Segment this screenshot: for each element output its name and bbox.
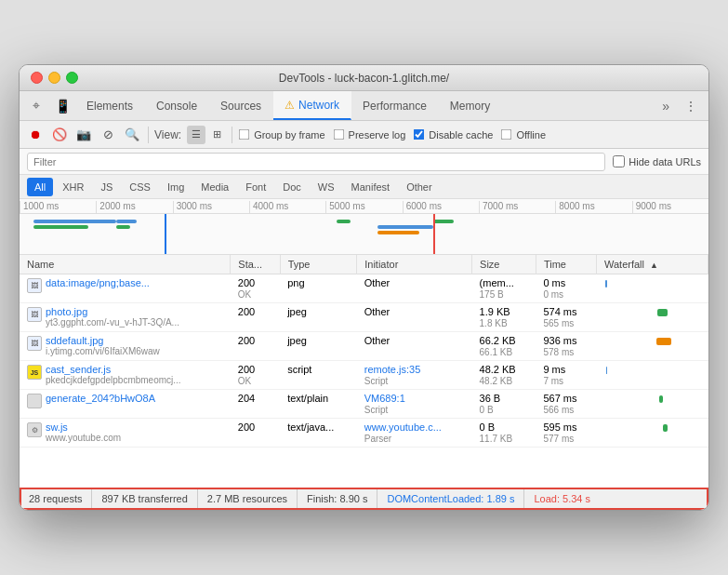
- cell-time: 936 ms578 ms: [536, 332, 596, 361]
- filter-input[interactable]: [27, 153, 605, 171]
- devtools-window: DevTools - luck-bacon-1.glitch.me/ ⌖ 📱 E…: [19, 64, 709, 511]
- offline-input[interactable]: [501, 129, 512, 140]
- cell-initiator: remote.js:35Script: [357, 361, 472, 390]
- status-text: OK: [238, 376, 251, 386]
- status-code: 200: [238, 335, 255, 346]
- initiator-text: Other: [364, 335, 390, 346]
- inspect-icon[interactable]: ⌖: [23, 93, 49, 119]
- table-row[interactable]: generate_204?bHwO8A 204text/plainVM689:1…: [20, 390, 708, 419]
- hide-data-urls-checkbox[interactable]: Hide data URLs: [613, 155, 701, 167]
- filename: sddefault.jpg: [46, 335, 160, 346]
- tab-memory[interactable]: Memory: [439, 91, 502, 120]
- network-table-container[interactable]: Name Sta... Type Initiator Size Time Wat…: [20, 255, 708, 488]
- time-secondary: 7 ms: [543, 376, 563, 386]
- type-btn-doc[interactable]: Doc: [275, 178, 309, 196]
- col-size[interactable]: Size: [472, 255, 536, 274]
- initiator-link[interactable]: VM689:1: [364, 393, 405, 404]
- separator-1: [148, 127, 149, 143]
- screenshot-button[interactable]: 📷: [73, 125, 94, 145]
- status-code: 200: [238, 306, 255, 317]
- type-btn-font[interactable]: Font: [238, 178, 273, 196]
- preserve-log-checkbox[interactable]: Preserve log: [333, 128, 406, 140]
- cell-size: 36 B0 B: [472, 390, 536, 419]
- table-row[interactable]: JS cast_sender.js pkedcjkdefgpdelpbcmbme…: [20, 361, 708, 390]
- disable-cache-input[interactable]: [414, 129, 425, 140]
- cell-status: 204: [231, 390, 280, 419]
- tab-sources[interactable]: Sources: [209, 91, 273, 120]
- grid-view-button[interactable]: ⊞: [207, 126, 226, 144]
- table-row[interactable]: ⚙ sw.js www.youtube.com 200text/java...w…: [20, 419, 708, 448]
- cell-type: jpeg: [280, 303, 357, 332]
- file-type-icon: 🖼: [27, 278, 42, 293]
- col-type[interactable]: Type: [280, 255, 357, 274]
- record-button[interactable]: ⏺: [25, 125, 46, 145]
- filter-icon-button[interactable]: ⊘: [98, 125, 118, 145]
- group-by-frame-checkbox[interactable]: Group by frame: [238, 128, 324, 140]
- col-initiator[interactable]: Initiator: [357, 255, 472, 274]
- cell-waterfall: [597, 361, 708, 390]
- file-url: pkedcjkdefgpdelpbcmbmeomcj...: [46, 375, 181, 385]
- table-row[interactable]: 🖼 sddefault.jpg i.ytimg.com/vi/6IfaiXM6w…: [20, 332, 708, 361]
- type-btn-js[interactable]: JS: [93, 178, 120, 196]
- table-row[interactable]: 🖼 photo.jpg yt3.ggpht.com/-vu_v-hJT-3Q/A…: [20, 303, 708, 332]
- cell-initiator: www.youtube.c...Parser: [357, 419, 472, 448]
- type-btn-xhr[interactable]: XHR: [55, 178, 91, 196]
- time-primary: 567 ms: [543, 393, 576, 404]
- type-btn-img[interactable]: Img: [160, 178, 192, 196]
- preserve-log-input[interactable]: [333, 129, 344, 140]
- maximize-button[interactable]: [66, 72, 78, 84]
- separator-2: [232, 127, 232, 143]
- tick-7: 7000 ms: [479, 201, 555, 213]
- type-btn-ws[interactable]: WS: [311, 178, 342, 196]
- time-primary: 595 ms: [543, 421, 576, 433]
- type-btn-manifest[interactable]: Manifest: [344, 178, 398, 196]
- type-btn-media[interactable]: Media: [193, 178, 236, 196]
- type-btn-all[interactable]: All: [27, 178, 53, 196]
- hide-data-urls-input[interactable]: [613, 155, 625, 167]
- tl-bar-8: [433, 220, 454, 223]
- cell-time: 0 ms0 ms: [536, 274, 596, 303]
- file-type-icon: ⚙: [27, 422, 42, 437]
- minimize-button[interactable]: [48, 72, 60, 84]
- devtools-menu-button[interactable]: ⋮: [677, 99, 705, 114]
- offline-checkbox[interactable]: Offline: [500, 128, 546, 140]
- group-by-frame-input[interactable]: [239, 129, 250, 140]
- cell-type: jpeg: [280, 332, 357, 361]
- waterfall-bar: [601, 277, 705, 290]
- wf-bar-fill: [606, 367, 607, 374]
- disable-cache-checkbox[interactable]: Disable cache: [413, 128, 493, 140]
- search-button[interactable]: 🔍: [122, 125, 142, 145]
- tick-6: 6000 ms: [403, 201, 479, 213]
- close-button[interactable]: [31, 72, 43, 84]
- file-type-icon: 🖼: [27, 307, 42, 322]
- tabs-bar: ⌖ 📱 Elements Console Sources ⚠ Network P…: [20, 91, 708, 121]
- tick-2: 2000 ms: [96, 201, 172, 213]
- tab-console[interactable]: Console: [145, 91, 209, 120]
- type-btn-css[interactable]: CSS: [122, 178, 158, 196]
- requests-count: 28 requests: [29, 489, 92, 508]
- timeline-area: 1000 ms 2000 ms 3000 ms 4000 ms 5000 ms …: [20, 199, 708, 255]
- cell-time: 9 ms7 ms: [536, 361, 596, 390]
- tab-network[interactable]: ⚠ Network: [273, 91, 351, 120]
- traffic-lights: [31, 72, 78, 84]
- cell-type: script: [280, 361, 357, 390]
- tab-elements[interactable]: Elements: [75, 91, 145, 120]
- size-primary: 66.2 KB: [480, 335, 516, 346]
- initiator-text: Other: [364, 277, 390, 288]
- cell-name: 🖼 photo.jpg yt3.ggpht.com/-vu_v-hJT-3Q/A…: [20, 303, 231, 332]
- initiator-link[interactable]: www.youtube.c...: [364, 421, 442, 433]
- more-tabs-button[interactable]: »: [655, 99, 677, 114]
- table-row[interactable]: 🖼 data:image/png;base... 200OKpngOther(m…: [20, 274, 708, 303]
- initiator-link[interactable]: remote.js:35: [364, 364, 421, 375]
- sort-icon: ▲: [650, 261, 658, 270]
- list-view-button[interactable]: ☰: [187, 126, 205, 144]
- col-name[interactable]: Name: [20, 255, 231, 274]
- clear-button[interactable]: 🚫: [49, 125, 70, 145]
- col-waterfall[interactable]: Waterfall ▲: [597, 255, 708, 274]
- col-status[interactable]: Sta...: [231, 255, 280, 274]
- tab-performance[interactable]: Performance: [351, 91, 439, 120]
- type-btn-other[interactable]: Other: [399, 178, 440, 196]
- mobile-icon[interactable]: 📱: [49, 93, 75, 119]
- col-time[interactable]: Time: [536, 255, 596, 274]
- finish-time: Finish: 8.90 s: [298, 489, 377, 508]
